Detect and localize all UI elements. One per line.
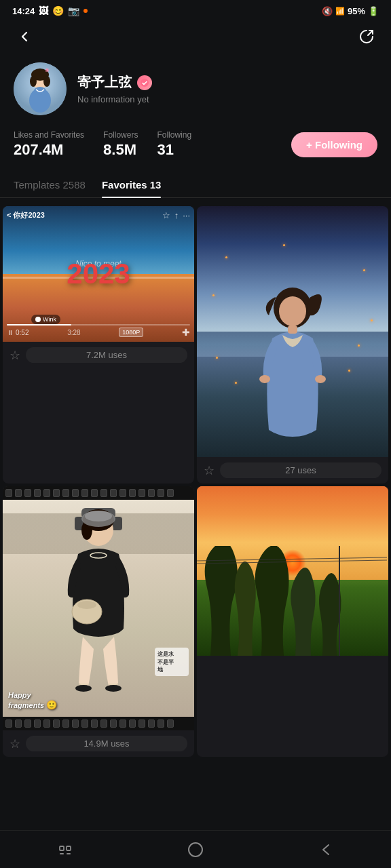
card-3-uses: 14.9M uses [26, 736, 187, 751]
hd-badge: 1080P [119, 328, 143, 337]
status-time: 14:24 🖼 😊 📷 [12, 5, 88, 16]
upload-icon[interactable]: ↑ [174, 210, 179, 220]
svg-point-13 [315, 375, 326, 383]
svg-text:❀: ❀ [45, 67, 50, 73]
following-stat: Following 31 [157, 130, 191, 159]
photo-icon: 🖼 [39, 5, 48, 16]
time-display: 14:24 [12, 6, 35, 16]
favorite-star-2[interactable]: ☆ [204, 463, 215, 478]
card-1-actions: ☆ ↑ ··· [162, 210, 190, 220]
card-1-bottom-bar: ⏸ 0:52 3:28 1080P ✚ [7, 327, 190, 338]
card-4-thumbnail [197, 486, 388, 656]
progress-fill [7, 324, 71, 326]
tab-favorites[interactable]: Favorites 13 [102, 172, 162, 197]
card-3-thumbnail: 这是水不是平地 Happy fragments 🙂 [3, 486, 194, 730]
svg-point-23 [105, 685, 122, 692]
pause-icon: ⏸ [7, 329, 14, 336]
film-strip-top [3, 486, 194, 500]
profile-bio: No information yet [77, 94, 377, 104]
verified-badge [137, 75, 152, 90]
camera-icon: 📷 [68, 5, 79, 16]
svg-rect-30 [67, 846, 71, 850]
time-right: 3:28 [67, 329, 80, 336]
svg-point-22 [75, 685, 92, 692]
happy-text-overlay: Happy fragments 🙂 [8, 690, 57, 711]
following-value: 31 [157, 141, 191, 159]
card-1-meta: ☆ 7.2M uses [3, 342, 194, 368]
svg-point-7 [34, 87, 46, 95]
card-4[interactable] [197, 486, 388, 757]
signal-icon: 📶 [335, 7, 345, 16]
stats-row: Likes and Favorites 207.4M Followers 8.5… [0, 126, 391, 172]
avatar-image: ❀ [14, 62, 67, 115]
card-1-top-bar: < 你好2023 ☆ ↑ ··· [7, 210, 190, 220]
back-button[interactable] [12, 24, 37, 49]
svg-rect-32 [67, 853, 71, 854]
avatar: ❀ 💕 [14, 62, 67, 115]
play-indicator: ⏸ 0:52 [7, 329, 29, 336]
likes-value: 207.4M [14, 141, 84, 159]
profile-name-row: 寄予上弦 [77, 73, 377, 92]
profile-info: 寄予上弦 No information yet [77, 73, 377, 104]
favorite-star-3[interactable]: ☆ [10, 736, 20, 751]
person-svg [48, 507, 149, 703]
status-indicators: 🔇 📶 95% 🔋 [322, 6, 379, 16]
card-2-visual [197, 206, 388, 457]
followers-value: 8.5M [103, 141, 138, 159]
card-1[interactable]: < 你好2023 ☆ ↑ ··· Nice to meet 2023 ⏸ [3, 206, 194, 484]
film-content: 这是水不是平地 Happy fragments 🙂 [3, 500, 194, 717]
star-outline-icon[interactable]: ☆ [162, 210, 170, 220]
card-1-title: < 你好2023 [7, 210, 45, 220]
followers-stat: Followers 8.5M [103, 130, 138, 159]
portrait-figure [248, 267, 337, 457]
content-grid: < 你好2023 ☆ ↑ ··· Nice to meet 2023 ⏸ [0, 206, 391, 757]
add-icon[interactable]: ✚ [182, 327, 190, 338]
dot-indicator [83, 9, 88, 13]
card-3-meta: ☆ 14.9M uses [3, 730, 194, 757]
face-icon: 😊 [52, 5, 64, 16]
tab-templates[interactable]: Templates 2588 [14, 172, 86, 197]
battery-display: 95% [348, 6, 365, 16]
profile-section: ❀ 💕 寄予上弦 No information yet [0, 57, 391, 126]
following-label: Following [157, 130, 191, 140]
nav-back-button[interactable] [261, 831, 391, 868]
favorite-star-1[interactable]: ☆ [10, 348, 20, 363]
svg-point-3 [30, 76, 37, 87]
share-button[interactable] [354, 24, 379, 49]
card-1-thumbnail: < 你好2023 ☆ ↑ ··· Nice to meet 2023 ⏸ [3, 206, 194, 342]
card-3[interactable]: 这是水不是平地 Happy fragments 🙂 [3, 486, 194, 757]
svg-point-12 [259, 375, 270, 383]
bottom-spacer [0, 757, 391, 804]
film-strip-bottom [3, 717, 194, 730]
more-icon[interactable]: ··· [183, 210, 190, 220]
card-2[interactable]: ☆ 27 uses [197, 206, 388, 484]
follow-button[interactable]: + Following [291, 132, 377, 157]
svg-rect-33 [189, 843, 202, 856]
likes-stat: Likes and Favorites 207.4M [14, 130, 84, 159]
progress-bar [7, 324, 190, 326]
nav-menu-button[interactable] [0, 831, 130, 868]
svg-rect-11 [288, 326, 297, 334]
card-2-uses: 27 uses [220, 462, 381, 478]
card-3-visual: 这是水不是平地 Happy fragments 🙂 [3, 486, 194, 730]
tree-area [197, 546, 388, 656]
nav-home-button[interactable] [130, 831, 261, 868]
trees-svg [197, 546, 387, 656]
card-4-visual [197, 486, 388, 656]
svg-rect-29 [60, 846, 64, 850]
card-1-uses: 7.2M uses [26, 347, 187, 363]
top-nav [0, 19, 391, 57]
status-bar: 14:24 🖼 😊 📷 🔇 📶 95% 🔋 [0, 0, 391, 19]
card-2-meta: ☆ 27 uses [197, 457, 388, 484]
svg-rect-31 [60, 853, 64, 854]
svg-point-4 [43, 76, 50, 87]
username: 寄予上弦 [77, 73, 132, 92]
wink-label: Wink [31, 315, 60, 324]
avatar-decoration: 💕 [60, 62, 67, 71]
battery-icon: 🔋 [368, 6, 379, 16]
svg-point-8 [141, 79, 149, 87]
svg-point-10 [279, 296, 306, 326]
sign-board: 这是水不是平地 [155, 648, 189, 676]
mute-icon: 🔇 [322, 6, 333, 16]
time-left: 0:52 [16, 329, 29, 336]
